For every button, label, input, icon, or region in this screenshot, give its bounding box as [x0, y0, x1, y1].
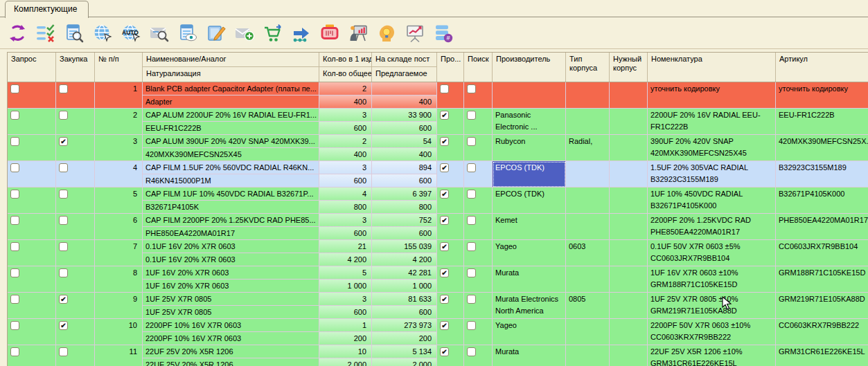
- zapros-checkbox[interactable]: [10, 242, 19, 251]
- cell-manufacturer[interactable]: Rubycon: [493, 135, 566, 161]
- cell-pro[interactable]: [437, 82, 464, 109]
- cell-zapros[interactable]: [8, 214, 56, 240]
- cell-zakupka[interactable]: [56, 319, 95, 345]
- cell-needed-case[interactable]: [610, 293, 648, 319]
- cell-qty-per-unit[interactable]: 3: [319, 293, 372, 306]
- zakupka-checkbox[interactable]: [59, 268, 68, 277]
- cell-article[interactable]: GRM188R71C105KE15D: [776, 266, 868, 293]
- cell-article[interactable]: 420MXK390MEFCSN25X...: [776, 135, 868, 161]
- cell-zakupka[interactable]: [56, 345, 95, 366]
- cell-stock[interactable]: 81 633: [372, 293, 437, 306]
- table-row[interactable]: 2CAP ALUM 2200UF 20% 16V RADIAL EEU-FR1.…: [8, 109, 868, 135]
- cell-needed-case[interactable]: [610, 82, 648, 109]
- pro-checkbox[interactable]: [440, 84, 449, 93]
- cell-poisk[interactable]: [464, 266, 493, 293]
- cell-name[interactable]: CAP ALUM 2200UF 20% 16V RADIAL EEU-FR1..…: [143, 109, 319, 122]
- zakupka-checkbox[interactable]: [59, 295, 68, 304]
- cell-row-number[interactable]: 6: [95, 214, 143, 240]
- cell-zapros[interactable]: [8, 82, 56, 109]
- cell-qty-per-unit[interactable]: 1: [319, 319, 372, 332]
- zakupka-checkbox[interactable]: [59, 321, 68, 330]
- cell-zapros[interactable]: [8, 240, 56, 266]
- cell-zapros[interactable]: [8, 293, 56, 319]
- cell-qty-per-unit[interactable]: 3: [319, 109, 372, 122]
- cell-article[interactable]: GRM31CR61E226KE15L: [776, 345, 868, 366]
- cell-pro[interactable]: [437, 187, 464, 214]
- cell-qty-total[interactable]: 600: [319, 122, 372, 135]
- cell-name[interactable]: CAP FILM 1UF 10% 450VDC RADIAL B32671P..…: [143, 187, 319, 201]
- poisk-checkbox[interactable]: [467, 295, 476, 304]
- zapros-checkbox[interactable]: [10, 190, 19, 199]
- cell-row-number[interactable]: 5: [95, 187, 143, 214]
- database-icon[interactable]: #: [433, 23, 454, 44]
- cell-qty-total[interactable]: 600: [319, 174, 372, 187]
- cell-offered[interactable]: 400: [372, 148, 437, 161]
- cell-case-type[interactable]: [566, 266, 610, 293]
- poisk-checkbox[interactable]: [467, 268, 476, 277]
- pro-checkbox[interactable]: [440, 347, 449, 356]
- zakupka-checkbox[interactable]: [59, 216, 68, 225]
- cell-qty-per-unit[interactable]: 5: [319, 266, 372, 280]
- zapros-checkbox[interactable]: [10, 137, 19, 146]
- cell-manufacturer[interactable]: Yageo: [493, 240, 566, 266]
- cell-offered[interactable]: 600: [372, 122, 437, 135]
- zapros-checkbox[interactable]: [10, 163, 19, 172]
- pro-checkbox[interactable]: [440, 137, 449, 146]
- cell-manufacturer[interactable]: Kemet: [493, 214, 566, 240]
- cell-stock[interactable]: 752: [372, 214, 437, 227]
- cell-row-number[interactable]: 10: [95, 319, 143, 345]
- cell-stock[interactable]: 894: [372, 161, 437, 174]
- poisk-checkbox[interactable]: [467, 137, 476, 146]
- cell-name[interactable]: CAP FILM 1.5UF 20% 560VDC RADIAL R46KN..…: [143, 161, 319, 174]
- cell-name[interactable]: 0.1UF 16V 20% X7R 0603: [143, 240, 319, 253]
- cell-offered[interactable]: 4 200: [372, 253, 437, 266]
- cell-qty-per-unit[interactable]: 21: [319, 240, 372, 253]
- cell-manufacturer[interactable]: Yageo: [493, 319, 566, 345]
- cell-zakupka[interactable]: [56, 135, 95, 161]
- mail-search-icon[interactable]: [149, 23, 170, 44]
- cell-name[interactable]: CAP ALUM 390UF 20% 420V SNAP 420MXK39...: [143, 135, 319, 148]
- cell-zapros[interactable]: [8, 345, 56, 366]
- cell-pro[interactable]: [437, 319, 464, 345]
- cell-naturalization[interactable]: 420MXK390MEFCSN25X45: [143, 148, 319, 161]
- cell-zakupka[interactable]: [56, 109, 95, 135]
- cell-name[interactable]: 1UF 25V X7R 0805: [143, 293, 319, 306]
- table-row[interactable]: 1Blank PCB adapter Capacitor Adapter (пл…: [8, 82, 868, 109]
- cell-article[interactable]: GRM219R71E105KA88D: [776, 293, 868, 319]
- pro-checkbox[interactable]: [440, 190, 449, 199]
- cell-stock[interactable]: [372, 82, 437, 95]
- cell-qty-total[interactable]: 1 000: [319, 280, 372, 293]
- cell-zapros[interactable]: [8, 109, 56, 135]
- mail-add-icon[interactable]: [234, 23, 255, 44]
- poisk-checkbox[interactable]: [467, 163, 476, 172]
- zakupka-checkbox[interactable]: [59, 163, 68, 172]
- cell-stock[interactable]: 33 900: [372, 109, 437, 122]
- cell-needed-case[interactable]: [610, 161, 648, 187]
- cell-offered[interactable]: 400: [372, 95, 437, 109]
- pro-checkbox[interactable]: [440, 216, 449, 225]
- refresh-icon[interactable]: [7, 23, 28, 44]
- cell-name[interactable]: 2200PF 10% 16V X7R 0603: [143, 319, 319, 332]
- cell-offered[interactable]: 2 000: [372, 358, 437, 366]
- cell-article[interactable]: B32923C3155M189: [776, 161, 868, 187]
- cell-name[interactable]: Blank PCB adapter Capacitor Adapter (пла…: [143, 82, 319, 95]
- cell-poisk[interactable]: [464, 135, 493, 161]
- poisk-checkbox[interactable]: [467, 111, 476, 120]
- checklist-icon[interactable]: [35, 23, 56, 44]
- cell-case-type[interactable]: 0805: [566, 293, 610, 319]
- cell-poisk[interactable]: [464, 109, 493, 135]
- table-row[interactable]: 91UF 25V X7R 08051UF 25V X7R 0805360081 …: [8, 293, 868, 319]
- cell-nomenclature[interactable]: 390UF 20% 420V SNAP 420MXK390MEFCSN25X45: [648, 135, 776, 161]
- cell-case-type[interactable]: Radial,: [566, 135, 610, 161]
- cell-needed-case[interactable]: [610, 240, 648, 266]
- table-row[interactable]: 70.1UF 16V 20% X7R 06030.1UF 16V 20% X7R…: [8, 240, 868, 266]
- cell-name[interactable]: CAP FILM 2200PF 20% 1.25KVDC RAD PHE85..…: [143, 214, 319, 227]
- cell-needed-case[interactable]: [610, 319, 648, 345]
- cell-naturalization[interactable]: EEU-FR1C222B: [143, 122, 319, 135]
- cell-offered[interactable]: 600: [372, 174, 437, 187]
- cell-qty-per-unit[interactable]: 3: [319, 161, 372, 174]
- cell-qty-per-unit[interactable]: 4: [319, 187, 372, 201]
- globe-cursor-icon[interactable]: [92, 23, 113, 44]
- cell-nomenclature[interactable]: 2200PF 50V X7R 0603 ±10% CC0603KRX7R9BB2…: [648, 319, 776, 345]
- cell-row-number[interactable]: 9: [95, 293, 143, 319]
